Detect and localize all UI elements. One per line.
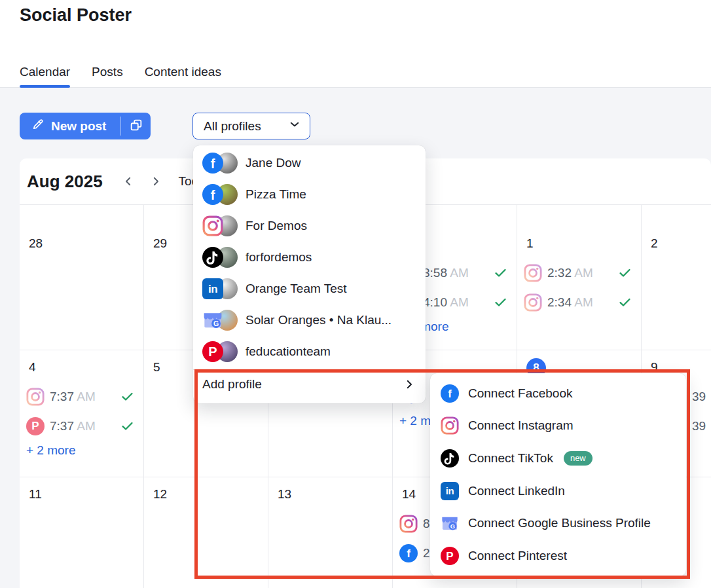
profile-item[interactable]: in Orange Team Test — [193, 273, 426, 304]
facebook-icon: f — [202, 153, 223, 174]
profile-name: feducationteam — [246, 344, 331, 359]
calendar-cell[interactable]: 2 — [641, 205, 711, 350]
tab-bar: CalendarPostsContent ideas — [0, 65, 711, 88]
date-number: 2 — [651, 236, 711, 252]
date-number: 4 — [29, 360, 143, 376]
instagram-icon — [441, 416, 459, 435]
profile-item[interactable]: f Jane Dow — [193, 147, 426, 179]
connect-instagram-item[interactable]: Connect Instagram — [430, 416, 686, 435]
published-check-icon — [618, 266, 632, 280]
day-header — [651, 211, 711, 227]
profile-name: Orange Team Test — [246, 282, 347, 296]
profiles-dropdown: f Jane Dow f Pizza Time For Demos — [193, 145, 426, 403]
connect-label: Connect Pinterest — [468, 549, 567, 563]
add-profile-submenu: f Connect Facebook Connect Instagram Con… — [430, 373, 686, 576]
linkedin-icon: in — [202, 278, 223, 299]
new-post-button[interactable]: New post — [20, 113, 120, 139]
next-month-button[interactable] — [146, 172, 166, 191]
posts-list: 2:32 AM 2:34 AM — [517, 258, 641, 317]
pencil-icon — [31, 118, 45, 134]
post-time: 8 — [423, 517, 430, 531]
profile-item[interactable]: f Pizza Time — [193, 179, 426, 210]
instagram-icon — [524, 293, 542, 312]
calendar-cell[interactable]: 11 — [20, 477, 143, 588]
profile-name: forfordemos — [246, 250, 312, 265]
post-time: 3:58 AM — [423, 266, 469, 280]
connect-facebook-item[interactable]: f Connect Facebook — [430, 384, 686, 403]
tab-posts[interactable]: Posts — [92, 65, 123, 87]
tab-content-ideas[interactable]: Content ideas — [145, 65, 221, 87]
published-post-icon — [524, 264, 542, 282]
calendar-post[interactable]: 2:34 AM — [517, 287, 641, 317]
connect-label: Connect Google Business Profile — [468, 516, 651, 530]
google-business-icon: G — [202, 310, 223, 331]
copy-icon — [129, 118, 143, 135]
connect-google-item[interactable]: G Connect Google Business Profile — [430, 514, 686, 532]
date-number: 1 — [526, 236, 641, 252]
published-post-icon — [524, 293, 542, 312]
profile-item[interactable]: P feducationteam — [193, 336, 426, 367]
calendar-cell[interactable]: 28 — [20, 205, 143, 350]
page-title: Social Poster — [20, 5, 132, 26]
instagram-icon — [202, 215, 223, 236]
svg-text:G: G — [213, 320, 219, 327]
post-time-truncated: 39 — [692, 390, 706, 404]
facebook-icon: f — [202, 184, 223, 205]
profile-item[interactable]: For Demos — [193, 210, 426, 242]
new-post-split-button: New post — [20, 113, 151, 139]
published-check-icon — [120, 419, 134, 433]
day-header — [29, 211, 143, 227]
month-title: Aug 2025 — [27, 172, 103, 192]
pinterest-icon: P — [26, 417, 45, 435]
connect-label: Connect LinkedIn — [468, 484, 565, 498]
profile-icon-pair — [202, 247, 238, 268]
published-check-icon — [494, 266, 507, 280]
calendar-post[interactable]: P7:37 AM — [20, 411, 143, 441]
profile-icon-pair — [202, 215, 238, 236]
calendar-cell[interactable]: 1 2:32 AM 2:34 AM — [517, 205, 641, 350]
facebook-icon: f — [441, 384, 459, 403]
published-check-icon — [494, 295, 507, 309]
post-time: 4:10 AM — [423, 295, 469, 310]
profile-icon-pair: G — [202, 310, 238, 331]
profile-name: Solar Oranges • Na Klau... — [246, 313, 392, 327]
published-check-icon — [618, 295, 632, 309]
chevron-down-icon — [289, 119, 301, 134]
connect-linkedin-item[interactable]: in Connect LinkedIn — [430, 482, 686, 500]
add-profile-label: Add profile — [202, 377, 262, 392]
calendar-cell[interactable]: 4 7:37 AM P7:37 AM + 2 more — [20, 350, 143, 477]
tab-calendar[interactable]: Calendar — [20, 65, 70, 87]
more-posts-link[interactable]: + 2 more — [26, 443, 143, 458]
published-post-icon — [26, 388, 45, 406]
connect-pinterest-item[interactable]: P Connect Pinterest — [430, 547, 686, 565]
svg-text:G: G — [450, 523, 455, 530]
post-time-truncated: 39 — [692, 419, 706, 433]
profile-item[interactable]: G Solar Oranges • Na Klau... — [193, 304, 426, 336]
connect-label: Connect Instagram — [468, 418, 574, 433]
profile-item[interactable]: forfordemos — [193, 242, 426, 273]
facebook-icon: f — [399, 544, 418, 562]
new-post-label: New post — [51, 119, 106, 134]
calendar-post[interactable]: 2:32 AM — [517, 258, 641, 287]
instagram-icon — [399, 515, 418, 533]
copy-post-button[interactable] — [121, 113, 151, 139]
day-header — [526, 211, 641, 227]
published-check-icon — [120, 390, 134, 403]
profile-filter-select[interactable]: All profiles — [192, 113, 310, 139]
pinterest-icon: P — [202, 341, 223, 362]
posts-list: 7:37 AM P7:37 AM — [20, 382, 143, 441]
calendar-cell[interactable]: 13 — [268, 477, 392, 588]
tiktok-icon — [441, 449, 459, 468]
previous-month-button[interactable] — [119, 172, 138, 191]
profile-icon-pair: P — [202, 341, 238, 362]
connect-tiktok-item[interactable]: Connect TikToknew — [430, 449, 686, 468]
profile-name: Jane Dow — [246, 156, 301, 170]
calendar-cell[interactable]: 12 — [143, 477, 268, 588]
add-profile-item[interactable]: Add profile — [193, 370, 426, 399]
profile-icon-pair: in — [202, 278, 238, 299]
chevron-right-icon — [403, 378, 415, 390]
post-time: 7:37 AM — [50, 390, 96, 404]
calendar-post[interactable]: 7:37 AM — [20, 382, 143, 411]
post-time: 7:37 AM — [50, 419, 96, 433]
new-badge: new — [564, 451, 592, 466]
